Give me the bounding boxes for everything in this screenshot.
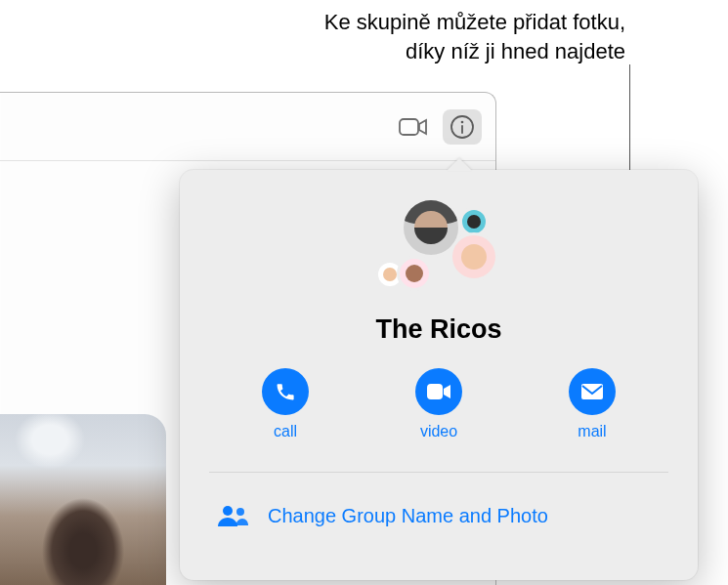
svg-rect-4	[581, 384, 603, 399]
people-icon	[215, 498, 250, 533]
svg-point-6	[236, 508, 244, 516]
change-group-name-and-photo[interactable]: Change Group Name and Photo	[209, 472, 668, 533]
callout-line-1: Ke skupině můžete přidat fotku,	[324, 8, 625, 37]
mail-button[interactable]: mail	[543, 368, 641, 440]
mail-icon	[569, 368, 616, 415]
svg-point-5	[223, 506, 233, 516]
call-label: call	[274, 423, 297, 440]
titlebar	[0, 93, 495, 161]
callout-line-2: díky níž ji hned najdete	[324, 37, 625, 66]
phone-icon	[262, 368, 309, 415]
svg-point-2	[461, 120, 464, 123]
conversation-photo-preview	[0, 414, 166, 585]
video-label: video	[420, 423, 457, 440]
mail-label: mail	[578, 423, 606, 440]
group-name: The Ricos	[209, 314, 668, 345]
video-icon	[399, 117, 428, 137]
facetime-video-button[interactable]	[394, 109, 433, 145]
member-avatar	[450, 232, 498, 281]
svg-rect-3	[427, 384, 443, 399]
video-button[interactable]: video	[390, 368, 488, 440]
video-icon	[415, 368, 462, 415]
info-button[interactable]	[443, 109, 482, 145]
change-group-label: Change Group Name and Photo	[268, 505, 548, 527]
svg-rect-0	[400, 119, 418, 135]
info-circle-icon	[450, 114, 475, 140]
action-row: call video mail	[209, 368, 668, 440]
call-button[interactable]: call	[236, 368, 334, 440]
details-popover: The Ricos call video	[180, 170, 698, 580]
member-avatar	[397, 256, 432, 291]
group-avatar-cluster[interactable]	[365, 197, 512, 305]
callout-text: Ke skupině můžete přidat fotku, díky níž…	[324, 8, 625, 65]
